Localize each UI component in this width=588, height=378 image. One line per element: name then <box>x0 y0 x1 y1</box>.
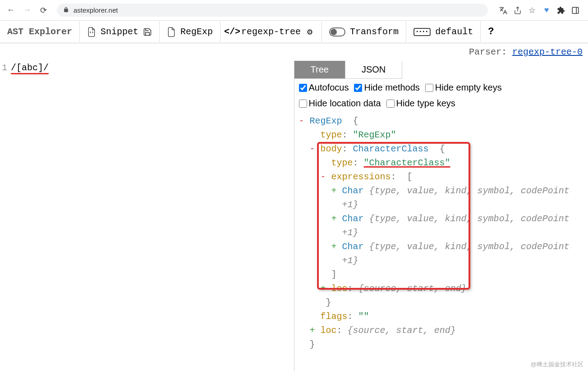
reload-button[interactable]: ⟳ <box>37 4 50 17</box>
tree-row[interactable]: type: "CharacterClass" <box>299 156 584 170</box>
tree-row[interactable]: + Char {type, value, kind, symbol, codeP… <box>299 212 584 226</box>
parser-label: regexp-tree <box>241 27 301 37</box>
transform-menu[interactable]: Transform <box>322 21 406 42</box>
autofocus-checkbox[interactable] <box>299 84 307 92</box>
ast-tree: - RegExp { type: "RegExp" - body: Charac… <box>294 112 588 371</box>
tree-row[interactable]: - body: CharacterClass { <box>299 142 584 156</box>
keymap-label: default <box>435 27 473 37</box>
output-pane: Tree JSON Autofocus Hide methods Hide em… <box>294 61 588 371</box>
tree-row[interactable]: } <box>299 296 584 310</box>
translate-icon[interactable] <box>499 6 508 15</box>
parser-label-text: Parser: <box>469 47 512 57</box>
opt-hide-methods[interactable]: Hide methods <box>354 82 419 93</box>
tree-row[interactable]: +1} <box>299 254 584 268</box>
url-bar[interactable]: astexplorer.net <box>57 4 488 17</box>
language-menu[interactable]: RegExp <box>160 21 220 42</box>
keyboard-icon: ▪▪▪▪ <box>413 28 431 36</box>
help-button[interactable]: ? <box>481 21 501 43</box>
extension-icons: ☆ ♥ <box>495 6 583 15</box>
file-icon <box>167 27 176 36</box>
star-icon[interactable]: ☆ <box>528 6 537 15</box>
puzzle-icon[interactable] <box>556 6 565 15</box>
watermark: @稀土掘金技术社区 <box>531 360 583 369</box>
snippet-label: Snippet <box>101 27 138 37</box>
forward-button[interactable]: → <box>21 4 33 17</box>
opt-hide-location[interactable]: Hide location data <box>299 98 381 109</box>
hide-empty-checkbox[interactable] <box>425 84 433 92</box>
hide-methods-checkbox[interactable] <box>354 84 362 92</box>
tree-row[interactable]: ] <box>299 268 584 282</box>
app-logo[interactable]: AST Explorer <box>0 21 80 42</box>
line-number: 1 <box>0 63 11 74</box>
parser-info: Parser: regexp-tree-0 <box>0 43 588 61</box>
gear-icon[interactable]: ⚙ <box>305 27 314 36</box>
tree-row[interactable]: type: "RegExp" <box>299 128 584 142</box>
save-icon[interactable] <box>143 27 152 36</box>
keymap-menu[interactable]: ▪▪▪▪ default <box>406 21 481 42</box>
browser-chrome: ← → ⟳ astexplorer.net ☆ ♥ <box>0 0 588 21</box>
code-icon: </> <box>228 27 237 36</box>
panel-icon[interactable] <box>571 6 580 15</box>
lock-icon <box>63 6 69 14</box>
tree-row[interactable]: + loc: {source, start, end} <box>299 323 584 337</box>
app-toolbar: AST Explorer Snippet RegExp </> regexp-t… <box>0 21 588 43</box>
hide-type-checkbox[interactable] <box>386 100 395 108</box>
tree-row[interactable]: +1} <box>299 226 584 240</box>
editor-code[interactable]: /[abc]/ <box>11 63 49 74</box>
opt-hide-type[interactable]: Hide type keys <box>386 98 455 109</box>
language-label: RegExp <box>180 27 213 37</box>
help-icon: ? <box>488 26 494 37</box>
parser-menu[interactable]: </> regexp-tree ⚙ <box>220 21 322 42</box>
tab-json[interactable]: JSON <box>345 61 402 79</box>
svg-rect-0 <box>572 7 579 14</box>
url-text: astexplorer.net <box>74 6 118 14</box>
opt-hide-empty[interactable]: Hide empty keys <box>425 82 502 93</box>
tree-row[interactable]: - RegExp { <box>299 114 584 128</box>
transform-toggle[interactable] <box>329 27 345 36</box>
back-button[interactable]: ← <box>5 4 17 17</box>
tab-tree[interactable]: Tree <box>294 61 345 79</box>
tree-row[interactable]: - expressions: [ <box>299 170 584 184</box>
tree-row[interactable]: } <box>299 337 584 351</box>
main-split: 1 /[abc]/ Tree JSON Autofocus Hide metho… <box>0 61 588 371</box>
parser-link[interactable]: regexp-tree-0 <box>512 47 583 57</box>
share-icon[interactable] <box>513 6 522 15</box>
tree-row[interactable]: +1} <box>299 198 584 212</box>
tree-row[interactable]: + Char {type, value, kind, symbol, codeP… <box>299 184 584 198</box>
hide-location-checkbox[interactable] <box>299 100 307 108</box>
opt-autofocus[interactable]: Autofocus <box>299 82 349 93</box>
transform-label: Transform <box>350 27 399 37</box>
tree-options: Autofocus Hide methods Hide empty keys H… <box>294 79 588 112</box>
tree-row[interactable]: + loc: {source, start, end} <box>299 282 584 296</box>
editor-pane[interactable]: 1 /[abc]/ <box>0 61 294 371</box>
tree-row[interactable]: + Char {type, value, kind, symbol, codeP… <box>299 240 584 254</box>
snippet-icon <box>87 27 96 36</box>
editor-line: 1 /[abc]/ <box>0 63 294 74</box>
heart-icon[interactable]: ♥ <box>542 6 551 15</box>
tree-row[interactable]: flags: "" <box>299 310 584 323</box>
output-tabs: Tree JSON <box>294 61 588 79</box>
snippet-menu[interactable]: Snippet <box>80 21 160 42</box>
